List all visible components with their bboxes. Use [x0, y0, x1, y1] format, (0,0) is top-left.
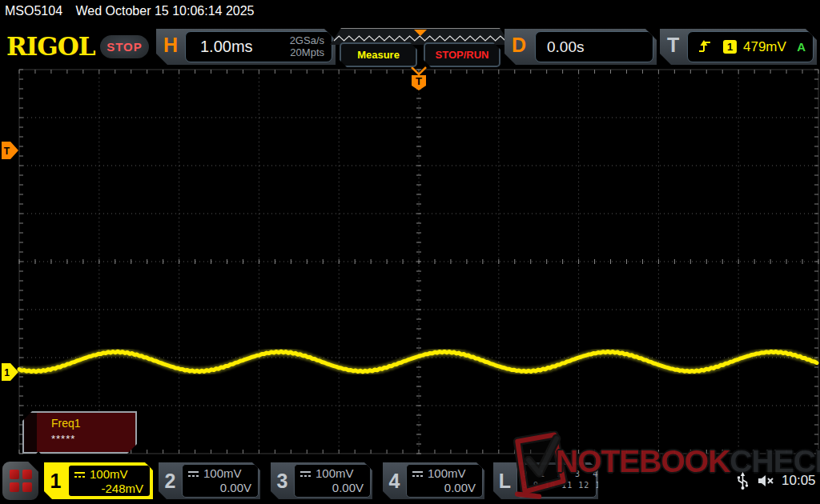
channel-2-offset: 0.00V — [187, 481, 251, 495]
status-bar: 10:05 — [737, 470, 820, 491]
channel-4-number: 4 — [383, 462, 406, 499]
datetime-text: Wed October 15 10:06:14 2025 — [76, 4, 255, 18]
clock-text[interactable]: 10:05 — [782, 473, 816, 489]
dc-coupling-icon — [187, 470, 199, 478]
trigger-settings-group[interactable]: T 1 479mV A — [660, 29, 817, 65]
trigger-position-mini-icon — [414, 30, 427, 36]
trigger-level-value: 479mV — [743, 39, 786, 55]
acquisition-rates: 2GSa/s 20Mpts — [290, 35, 324, 59]
svg-text:T: T — [416, 75, 422, 87]
measure-button[interactable]: Measure — [340, 42, 417, 67]
channel-2-number: 2 — [159, 462, 182, 499]
trigger-box[interactable]: 1 479mV A — [687, 31, 814, 62]
grid-menu-icon — [10, 470, 32, 492]
usb-icon — [737, 472, 749, 490]
channel-3-number: 3 — [271, 462, 294, 499]
memory-depth: 20Mpts — [290, 47, 324, 59]
horizontal-box[interactable]: 1.00ms 2GSa/s 20Mpts — [185, 31, 332, 62]
channel-2-scale: 100mV — [203, 466, 242, 481]
dc-coupling-icon — [412, 470, 424, 478]
delay-box[interactable]: 0.00s — [535, 31, 653, 62]
channel-2-box: 100mV 0.00V — [182, 464, 259, 498]
sample-rate: 2GSa/s — [290, 35, 324, 47]
measurement-value: ***** — [51, 433, 75, 445]
measurement-name: Freq1 — [51, 417, 81, 430]
measurement-box-freq1[interactable]: Freq1 ***** — [22, 411, 137, 454]
delay-value: 0.00s — [547, 38, 584, 56]
channel-4-widget[interactable]: 4 100mV 0.00V — [383, 462, 484, 499]
overview-waveform-icon — [330, 29, 511, 44]
channel-1-box: 100mV -248mV — [67, 464, 151, 498]
trigger-label: T — [667, 34, 679, 57]
svg-text:T: T — [4, 146, 10, 157]
top-info-bar: MSO5104 Wed October 15 10:06:14 2025 — [5, 4, 254, 18]
channel-3-scale: 100mV — [316, 466, 354, 481]
channel-4-box: 100mV 0.00V — [406, 464, 483, 498]
horizontal-label: H — [163, 34, 178, 57]
logic-analyzer-label: L — [493, 462, 517, 499]
channel-3-box: 100mV 0.00V — [294, 464, 371, 498]
run-state-badge[interactable]: STOP — [100, 35, 149, 58]
trigger-mode-auto: A — [797, 40, 806, 54]
channel-1-scale: 100mV — [90, 467, 128, 482]
waveform-overview-strip[interactable] — [330, 28, 511, 45]
channel-4-offset: 0.00V — [412, 481, 476, 495]
rising-edge-icon — [697, 39, 712, 54]
oscilloscope-screen: MSO5104 Wed October 15 10:06:14 2025 RIG… — [0, 0, 820, 504]
digital-channels-row2: 8 9 10 11 12 13 14 15 — [522, 480, 589, 491]
channel-1-offset: -248mV — [74, 482, 143, 496]
channel-3-widget[interactable]: 3 100mV 0.00V — [271, 462, 372, 499]
trigger-source-badge: 1 — [723, 40, 737, 54]
quick-menu-button[interactable] — [2, 462, 38, 500]
dc-coupling-icon — [299, 470, 312, 478]
logic-analyzer-widget[interactable]: L 0 1 2 3 4 5 6 7 8 9 10 11 12 13 14 15 — [493, 462, 598, 499]
channel-4-scale: 100mV — [428, 466, 466, 481]
rigol-logo: RIGOL — [6, 32, 95, 61]
channel-1-number: 1 — [44, 462, 67, 499]
dc-coupling-icon — [74, 471, 86, 478]
horizontal-settings-group[interactable]: H 1.00ms 2GSa/s 20Mpts — [156, 29, 336, 65]
speaker-muted-icon[interactable] — [757, 473, 777, 489]
delay-settings-group[interactable]: D 0.00s — [504, 29, 657, 65]
digital-channels-row1: 0 1 2 3 4 5 6 7 — [522, 469, 589, 480]
model-name: MSO5104 — [5, 4, 62, 18]
stop-run-button[interactable]: STOP/RUN — [424, 42, 500, 67]
channel-3-offset: 0.00V — [299, 481, 364, 495]
timebase-value: 1.00ms — [200, 38, 253, 56]
logic-analyzer-box: 0 1 2 3 4 5 6 7 8 9 10 11 12 13 14 15 — [517, 464, 597, 498]
channel-1-widget[interactable]: 1 100mV -248mV — [44, 462, 153, 499]
channel-2-widget[interactable]: 2 100mV 0.00V — [159, 462, 260, 499]
delay-label: D — [512, 34, 526, 57]
svg-text:1: 1 — [4, 367, 10, 378]
